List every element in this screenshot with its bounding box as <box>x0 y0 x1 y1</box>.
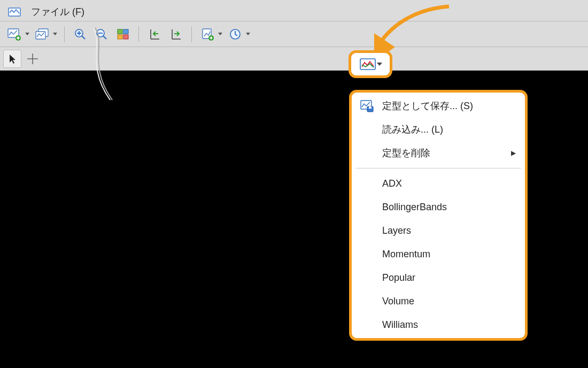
save-icon <box>359 98 375 114</box>
drawing-toolbar <box>0 47 588 71</box>
menu-template-item[interactable]: Momentum <box>353 242 523 266</box>
svg-rect-8 <box>123 29 128 34</box>
chart-profiles-button[interactable] <box>33 25 51 43</box>
svg-rect-10 <box>123 35 128 39</box>
submenu-arrow-icon: ▶ <box>511 149 516 157</box>
menu-save-template-label: 定型として保存... (S) <box>382 99 516 112</box>
periodicity-button[interactable] <box>226 25 244 43</box>
menu-delete-template[interactable]: 定型を削除 ▶ <box>353 141 523 165</box>
menu-template-item-label: Williams <box>382 319 516 331</box>
menu-template-item-label: Popular <box>382 272 516 283</box>
menu-delete-template-label: 定型を削除 <box>382 147 504 159</box>
menu-template-item[interactable]: Volume <box>353 289 523 313</box>
shift-right-button[interactable] <box>167 25 185 43</box>
svg-rect-9 <box>118 35 122 39</box>
menu-template-item[interactable]: ADX <box>353 172 523 195</box>
menu-template-item-label: Volume <box>382 296 516 307</box>
new-chart-button[interactable] <box>5 25 24 43</box>
toolbar-separator <box>138 26 139 42</box>
templates-button-highlight <box>349 50 392 78</box>
menu-template-item[interactable]: Williams <box>353 313 523 336</box>
menu-load-template[interactable]: 読み込み... (L) <box>353 118 523 141</box>
indicators-dropdown-icon[interactable] <box>218 25 223 43</box>
crosshair-tool-button[interactable] <box>24 50 42 68</box>
menu-template-item[interactable]: Layers <box>353 219 523 242</box>
blank-icon <box>359 121 375 137</box>
blank-icon <box>359 145 375 161</box>
shift-left-button[interactable] <box>145 25 164 43</box>
templates-dropdown-menu: 定型として保存... (S) 読み込み... (L) 定型を削除 ▶ ADX B… <box>349 90 528 341</box>
tile-windows-button[interactable] <box>114 25 132 43</box>
menu-separator <box>355 168 521 168</box>
toolbar-separator <box>64 26 65 42</box>
menu-template-item-label: Layers <box>382 225 516 236</box>
menu-template-item[interactable]: Popular <box>353 266 523 289</box>
toolbar-separator <box>191 26 192 42</box>
menu-template-item[interactable]: BollingerBands <box>353 195 523 219</box>
toolbar <box>0 21 588 47</box>
menu-file[interactable]: ファイル (F) <box>31 5 84 18</box>
cursor-tool-button[interactable] <box>3 50 21 68</box>
menu-load-template-label: 読み込み... (L) <box>382 123 516 136</box>
menu-template-item-label: Momentum <box>382 249 516 260</box>
app-icon <box>5 3 24 21</box>
svg-rect-7 <box>118 29 122 34</box>
menu-save-template[interactable]: 定型として保存... (S) <box>353 94 523 118</box>
menubar: ファイル (F) <box>0 0 588 21</box>
chart-profiles-dropdown-icon[interactable] <box>52 25 58 43</box>
svg-rect-23 <box>369 106 372 109</box>
zoom-out-button[interactable] <box>92 25 111 43</box>
indicators-button[interactable] <box>198 25 216 43</box>
menu-template-item-label: BollingerBands <box>382 202 516 213</box>
new-chart-dropdown-icon[interactable] <box>25 25 30 43</box>
templates-dropdown-icon[interactable] <box>377 55 382 73</box>
periodicity-dropdown-icon[interactable] <box>245 25 251 43</box>
zoom-in-button[interactable] <box>71 25 89 43</box>
templates-button[interactable] <box>359 55 377 73</box>
menu-template-item-label: ADX <box>382 178 516 189</box>
